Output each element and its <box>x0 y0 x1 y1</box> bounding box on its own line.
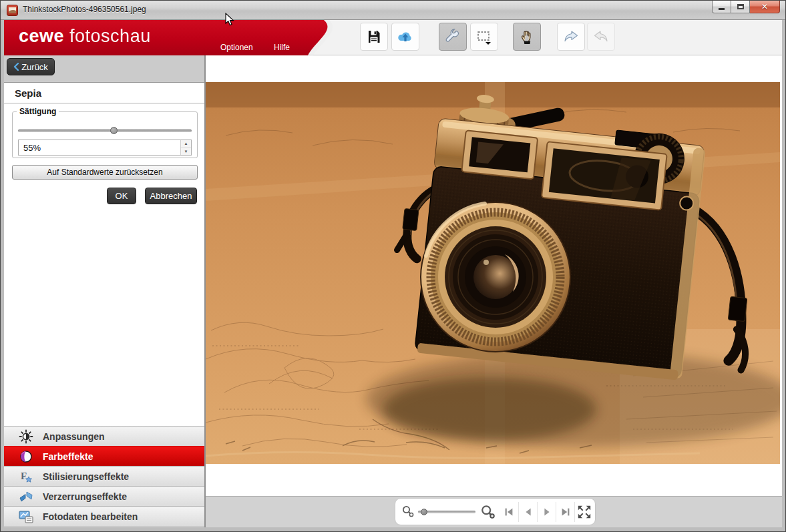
skip-first-icon <box>503 506 515 518</box>
effect-panel: Sepia Sättigung 55% ▲ ▼ Au <box>4 82 204 426</box>
hand-icon <box>519 28 535 45</box>
saturation-slider-track[interactable] <box>18 129 192 132</box>
magnifier-minus-icon <box>401 505 415 519</box>
previous-image-button[interactable] <box>518 502 537 522</box>
magnifier-plus-icon <box>479 503 497 521</box>
zoom-out-button[interactable] <box>399 503 417 521</box>
pan-tool-button[interactable] <box>513 23 541 51</box>
category-verzerrungseffekte[interactable]: Verzerrungseffekte <box>4 486 204 506</box>
spin-up-button[interactable]: ▲ <box>181 140 191 148</box>
zoom-slider-thumb[interactable] <box>421 509 427 515</box>
distort-pinch-icon <box>19 489 33 504</box>
svg-text:F: F <box>21 471 27 481</box>
last-image-button[interactable] <box>556 502 574 522</box>
panel-title: Sepia <box>4 83 204 103</box>
category-label: Stilisierungseffekte <box>43 471 129 482</box>
expand-arrows-icon <box>577 505 592 519</box>
menu-hilfe[interactable]: Hilfe <box>274 43 290 52</box>
arrow-left-icon <box>523 506 534 518</box>
arrow-right-icon <box>542 506 552 518</box>
close-button[interactable]: ✕ <box>750 1 780 13</box>
saturation-label: Sättigung <box>17 107 59 116</box>
ok-button[interactable]: OK <box>107 188 136 204</box>
tool-settings-button[interactable] <box>439 23 467 51</box>
category-fotodaten[interactable]: Fotodaten bearbeiten <box>4 506 204 526</box>
back-button[interactable]: Zurück <box>7 58 55 75</box>
selection-rectangle-icon <box>475 28 493 45</box>
category-anpassungen[interactable]: Anpassungen <box>4 426 204 446</box>
undo-button[interactable] <box>587 23 615 51</box>
window-title: ThinkstockPhotos-496350561.jpeg <box>23 5 146 14</box>
content-column <box>206 55 782 527</box>
zoom-toolbar <box>395 498 596 525</box>
minimize-button[interactable] <box>712 1 731 13</box>
zoom-slider[interactable] <box>418 508 475 516</box>
cancel-button[interactable]: Abbrechen <box>145 188 197 204</box>
category-stilisierungseffekte[interactable]: F Stilisierungseffekte <box>4 466 204 486</box>
header: cewe fotoschau Optionen Hilfe <box>4 20 782 55</box>
category-label: Verzerrungseffekte <box>43 491 127 502</box>
next-image-button[interactable] <box>537 502 556 522</box>
category-label: Anpassungen <box>43 431 105 442</box>
zoom-in-button[interactable] <box>479 503 497 521</box>
minimize-icon <box>719 8 725 10</box>
photo-vintage-camera[interactable] <box>206 82 780 464</box>
app-body: Zurück Sepia Sättigung 55% ▲ ▼ <box>4 55 782 527</box>
category-label: Farbeffekte <box>43 451 93 462</box>
photo-canvas <box>206 55 782 496</box>
camera-lens <box>421 202 570 352</box>
curved-arrow-right-icon <box>562 29 580 45</box>
reset-defaults-button[interactable]: Auf Standardwerte zurücksetzen <box>12 165 198 180</box>
close-icon: ✕ <box>761 2 768 11</box>
skip-last-icon <box>560 506 572 518</box>
spin-down-button[interactable]: ▼ <box>181 148 191 156</box>
maximize-icon <box>737 4 744 9</box>
curved-arrow-left-icon <box>592 29 610 45</box>
app-icon <box>7 5 18 16</box>
saturation-value[interactable]: 55% <box>19 140 180 155</box>
arrow-up-icon: ▲ <box>184 142 188 146</box>
fullscreen-button[interactable] <box>574 502 593 522</box>
floppy-disk-icon <box>366 29 382 45</box>
color-drop-icon <box>19 449 33 464</box>
chevron-left-icon <box>13 63 19 71</box>
category-label: Fotodaten bearbeiten <box>43 511 138 522</box>
app-window: ThinkstockPhotos-496350561.jpeg ✕ cewe f… <box>0 0 786 532</box>
category-list: Anpassungen Farbeffekte F Stilisieru <box>4 426 204 526</box>
dropdown-arrow-icon <box>485 42 491 45</box>
saturation-spinbox: 55% ▲ ▼ <box>18 140 192 156</box>
maximize-button[interactable] <box>731 1 750 13</box>
saturation-slider[interactable] <box>18 127 192 134</box>
category-farbeffekte[interactable]: Farbeffekte <box>4 446 204 466</box>
back-label: Zurück <box>21 62 48 72</box>
sidebar: Zurück Sepia Sättigung 55% ▲ ▼ <box>4 55 206 527</box>
window-controls: ✕ <box>712 1 780 13</box>
upload-button[interactable] <box>391 23 419 51</box>
titlebar: ThinkstockPhotos-496350561.jpeg ✕ <box>1 1 785 20</box>
menu-optionen[interactable]: Optionen <box>220 43 253 52</box>
statusbar <box>206 496 782 527</box>
letter-f-star-icon: F <box>19 469 33 484</box>
cloud-upload-icon <box>397 29 414 45</box>
share-button[interactable] <box>557 23 585 51</box>
saturation-group: Sättigung 55% ▲ ▼ <box>12 111 198 158</box>
saturation-spin-buttons: ▲ ▼ <box>180 140 191 155</box>
first-image-button[interactable] <box>500 502 518 522</box>
arrow-down-icon: ▼ <box>184 150 188 154</box>
saturation-slider-thumb[interactable] <box>110 127 118 134</box>
wrench-icon <box>445 29 461 45</box>
menubar: Optionen Hilfe <box>4 20 318 55</box>
navigation-group <box>500 499 593 525</box>
save-button[interactable] <box>360 23 388 51</box>
selection-tool-button[interactable] <box>470 23 498 51</box>
brightness-sun-icon <box>19 429 33 444</box>
photo-data-icon <box>19 509 33 524</box>
